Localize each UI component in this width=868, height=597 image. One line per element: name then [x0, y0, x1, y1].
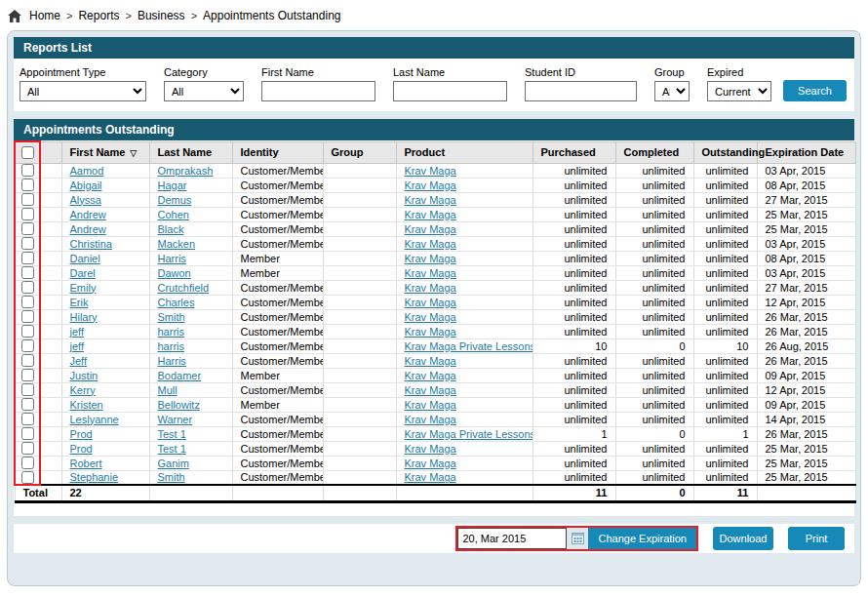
last-name-link[interactable]: Macken [158, 238, 196, 250]
product-link[interactable]: Krav Maga Private Lessons [405, 340, 533, 352]
first-name-link[interactable]: Kristen [70, 399, 103, 411]
product-link[interactable]: Krav Maga [405, 414, 456, 425]
product-link[interactable]: Krav Maga [405, 267, 456, 279]
first-name-link[interactable]: Leslyanne [70, 414, 119, 425]
last-name-link[interactable]: Demus [158, 194, 192, 206]
last-name-link[interactable]: Harris [158, 355, 186, 367]
product-link[interactable]: Krav Maga [405, 443, 456, 455]
first-name-link[interactable]: Andrew [70, 209, 106, 220]
column-header-product[interactable]: Product [396, 141, 533, 163]
product-link[interactable]: Krav Maga [405, 194, 456, 206]
last-name-link[interactable]: Warner [158, 414, 193, 425]
column-header-group[interactable]: Group [323, 141, 396, 163]
row-checkbox[interactable] [21, 398, 34, 411]
last-name-link[interactable]: Bellowitz [158, 399, 200, 411]
last-name-link[interactable]: Dawon [158, 267, 191, 279]
first-name-link[interactable]: Justin [70, 370, 99, 381]
print-button[interactable]: Print [788, 527, 845, 550]
row-checkbox[interactable] [21, 252, 34, 264]
product-link[interactable]: Krav Maga [405, 384, 456, 396]
row-checkbox[interactable] [21, 457, 34, 469]
row-checkbox[interactable] [21, 281, 34, 294]
product-link[interactable]: Krav Maga [405, 471, 456, 483]
row-checkbox[interactable] [21, 179, 34, 191]
last-name-link[interactable]: Ganim [158, 458, 189, 469]
appointment-type-select[interactable]: All [20, 81, 146, 101]
product-link[interactable]: Krav Maga [405, 209, 456, 220]
column-header-purchased[interactable]: Purchased [533, 141, 615, 163]
first-name-link[interactable]: Kerry [70, 384, 96, 396]
first-name-link[interactable]: Erik [70, 297, 89, 308]
last-name-link[interactable]: Smith [158, 311, 185, 323]
row-checkbox[interactable] [21, 369, 34, 381]
last-name-link[interactable]: Bodamer [158, 370, 202, 381]
column-header-completed[interactable]: Completed [615, 141, 693, 163]
last-name-link[interactable]: Cohen [158, 209, 189, 220]
first-name-link[interactable]: Jeff [70, 355, 88, 367]
row-checkbox[interactable] [21, 222, 34, 235]
row-checkbox[interactable] [21, 354, 34, 367]
last-name-link[interactable]: harris [158, 340, 185, 352]
group-select[interactable]: All [654, 81, 690, 101]
first-name-link[interactable]: Andrew [70, 223, 106, 235]
row-checkbox[interactable] [21, 427, 34, 440]
last-name-link[interactable]: Charles [158, 297, 195, 308]
select-all-checkbox[interactable] [21, 146, 34, 159]
product-link[interactable]: Krav Maga [405, 458, 456, 469]
product-link[interactable]: Krav Maga [405, 179, 456, 191]
first-name-link[interactable]: Darel [70, 267, 96, 279]
column-header-outstanding[interactable]: Outstanding [693, 141, 757, 163]
first-name-link[interactable]: Prod [70, 428, 93, 440]
download-button[interactable]: Download [713, 527, 773, 550]
calendar-icon[interactable] [567, 528, 588, 549]
first-name-input[interactable] [261, 81, 375, 101]
row-checkbox[interactable] [21, 471, 34, 484]
breadcrumb-reports[interactable]: Reports [78, 9, 119, 22]
first-name-link[interactable]: Aamod [70, 165, 104, 177]
row-checkbox[interactable] [21, 266, 34, 279]
first-name-link[interactable]: Hilary [70, 311, 98, 323]
row-checkbox[interactable] [21, 208, 34, 220]
row-checkbox[interactable] [21, 339, 34, 352]
last-name-input[interactable] [393, 81, 507, 101]
first-name-link[interactable]: Abigail [70, 179, 102, 191]
last-name-link[interactable]: Smith [158, 471, 185, 483]
last-name-link[interactable]: Black [158, 223, 184, 235]
product-link[interactable]: Krav Maga [405, 238, 456, 250]
row-checkbox[interactable] [21, 164, 34, 177]
expired-select[interactable]: Current [707, 81, 771, 101]
product-link[interactable]: Krav Maga [405, 165, 456, 177]
home-icon[interactable] [8, 10, 21, 22]
last-name-link[interactable]: Harris [158, 253, 186, 264]
first-name-link[interactable]: jeff [70, 326, 84, 338]
first-name-link[interactable]: Alyssa [70, 194, 101, 206]
row-checkbox[interactable] [21, 325, 34, 338]
sort-descending-icon[interactable]: ▽ [130, 148, 137, 158]
column-header-identity[interactable]: Identity [232, 141, 323, 163]
first-name-link[interactable]: Robert [70, 458, 102, 469]
last-name-link[interactable]: harris [158, 326, 185, 338]
search-button[interactable]: Search [783, 80, 847, 101]
product-link[interactable]: Krav Maga [405, 355, 456, 367]
student-id-input[interactable] [525, 81, 637, 101]
row-checkbox[interactable] [21, 383, 34, 396]
row-checkbox[interactable] [21, 296, 34, 308]
product-link[interactable]: Krav Maga Private Lessons [405, 428, 533, 440]
product-link[interactable]: Krav Maga [405, 282, 456, 294]
product-link[interactable]: Krav Maga [405, 326, 456, 338]
breadcrumb-business[interactable]: Business [138, 9, 185, 22]
row-checkbox[interactable] [21, 442, 34, 455]
product-link[interactable]: Krav Maga [405, 370, 456, 381]
first-name-link[interactable]: Emily [70, 282, 97, 294]
row-checkbox[interactable] [21, 413, 34, 425]
breadcrumb-home[interactable]: Home [29, 9, 60, 22]
row-checkbox[interactable] [21, 237, 34, 250]
last-name-link[interactable]: Omprakash [158, 165, 214, 177]
row-checkbox[interactable] [21, 193, 34, 206]
first-name-link[interactable]: Prod [70, 443, 93, 455]
expiration-date-input[interactable] [457, 528, 567, 549]
category-select[interactable]: All [164, 81, 244, 101]
last-name-link[interactable]: Test 1 [158, 428, 186, 440]
last-name-link[interactable]: Hagar [158, 179, 187, 191]
product-link[interactable]: Krav Maga [405, 311, 456, 323]
